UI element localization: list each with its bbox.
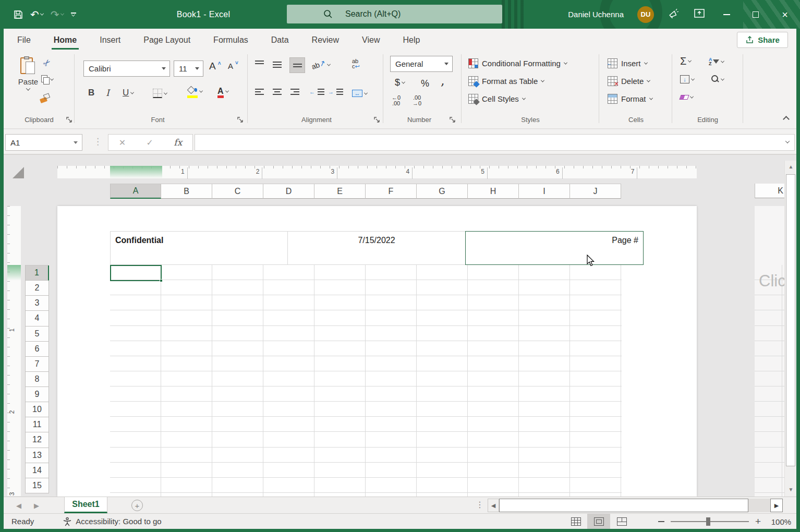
decrease-decimal-button[interactable]: .00 →0 (413, 95, 421, 106)
increase-indent-button[interactable]: → (328, 89, 345, 95)
cut-button[interactable]: ✂ (43, 57, 51, 68)
format-as-table-button[interactable]: Format as Table (468, 73, 544, 89)
zoom-slider-thumb[interactable] (706, 517, 710, 526)
accounting-format-button[interactable]: $ (395, 77, 405, 88)
normal-view-button[interactable] (564, 514, 587, 529)
zoom-level[interactable]: 100% (767, 517, 791, 526)
horizontal-scrollbar-thumb[interactable] (499, 499, 748, 512)
tab-help[interactable]: Help (391, 29, 431, 51)
row-header-2[interactable]: 2 (26, 281, 49, 296)
redo-button[interactable]: ↷ (51, 8, 64, 21)
paste-button[interactable]: Paste (14, 55, 42, 103)
column-header-e[interactable]: E (314, 184, 366, 199)
borders-button[interactable] (153, 89, 167, 98)
paste-dropdown-icon[interactable] (26, 86, 30, 90)
collapse-ribbon-icon[interactable] (783, 116, 790, 123)
page-header-right[interactable]: Page # (465, 231, 644, 265)
share-button[interactable]: Share (737, 32, 788, 48)
cell-grid[interactable] (110, 265, 622, 497)
tab-home[interactable]: Home (42, 29, 88, 51)
clear-button[interactable] (680, 95, 693, 100)
format-painter-button[interactable] (40, 94, 50, 102)
tab-view[interactable]: View (350, 29, 391, 51)
font-family-select[interactable]: Calibri (83, 61, 170, 77)
comma-style-button[interactable]: , (441, 78, 445, 83)
insert-cells-button[interactable]: ← Insert (608, 55, 647, 71)
row-header-9[interactable]: 9 (26, 387, 49, 402)
save-icon[interactable] (14, 10, 23, 19)
tab-review[interactable]: Review (300, 29, 350, 51)
prev-sheet-icon[interactable]: ◀ (11, 497, 27, 514)
number-dialog-launcher-icon[interactable] (450, 117, 456, 124)
row-header-5[interactable]: 5 (26, 327, 49, 342)
column-header-g[interactable]: G (417, 184, 468, 199)
copy-button[interactable] (41, 75, 53, 83)
sort-filter-button[interactable]: AZ (709, 57, 724, 66)
tabbar-resize-handle[interactable]: ⋮ (476, 500, 484, 510)
zoom-in-icon[interactable]: + (755, 519, 761, 524)
cell-styles-button[interactable]: Cell Styles (468, 91, 525, 106)
ribbon-display-options-icon[interactable] (694, 8, 705, 21)
new-sheet-button[interactable]: + (131, 500, 143, 511)
next-sheet-icon[interactable]: ▶ (29, 497, 44, 514)
tab-formulas[interactable]: Formulas (202, 29, 260, 51)
column-header-j[interactable]: J (570, 184, 621, 199)
formula-input[interactable] (195, 134, 795, 151)
alignment-dialog-launcher-icon[interactable] (374, 117, 381, 124)
underline-button[interactable]: U (123, 88, 134, 98)
page-header-left[interactable]: Confidential (110, 231, 288, 265)
tab-page-layout[interactable]: Page Layout (132, 29, 202, 51)
align-top-button[interactable] (255, 61, 264, 64)
column-header-i[interactable]: I (519, 184, 570, 199)
number-format-select[interactable]: General (390, 56, 453, 72)
minimize-button[interactable] (719, 0, 734, 29)
row-header-15[interactable]: 15 (26, 478, 49, 493)
decrease-indent-button[interactable]: ← (309, 89, 326, 95)
merge-center-button[interactable]: ↔ (352, 90, 367, 97)
format-cells-button[interactable]: Format (608, 91, 652, 106)
select-all-corner[interactable] (13, 167, 24, 178)
vertical-scrollbar[interactable]: ▲ ▼ (784, 161, 796, 497)
font-color-button[interactable]: abA (217, 87, 228, 96)
close-button[interactable]: × (777, 0, 793, 29)
increase-decimal-button[interactable]: ←0 .00 (392, 95, 401, 106)
row-header-12[interactable]: 12 (26, 432, 49, 448)
row-header-10[interactable]: 10 (26, 402, 49, 417)
avatar[interactable]: DU (637, 6, 654, 23)
zoom-slider[interactable] (671, 521, 749, 522)
tab-insert[interactable]: Insert (88, 29, 132, 51)
column-header-c[interactable]: C (212, 184, 263, 199)
column-header-d[interactable]: D (263, 184, 314, 199)
italic-button[interactable]: I (106, 88, 110, 98)
font-dialog-launcher-icon[interactable] (237, 117, 244, 124)
row-header-1[interactable]: 1 (26, 265, 49, 281)
page-header-center[interactable]: 7/15/2022 (287, 231, 466, 265)
fill-button[interactable]: ↓ (680, 75, 694, 83)
horizontal-scrollbar-track[interactable] (748, 499, 770, 512)
row-header-6[interactable]: 6 (26, 342, 49, 357)
row-header-7[interactable]: 7 (26, 357, 49, 372)
row-header-11[interactable]: 11 (26, 417, 49, 432)
row-header-8[interactable]: 8 (26, 372, 49, 387)
column-header-a[interactable]: A (110, 184, 161, 199)
user-name[interactable]: Daniel Uchenna (568, 10, 624, 19)
enter-icon[interactable]: ✓ (147, 138, 153, 148)
conditional-formatting-button[interactable]: Conditional Formatting (468, 55, 567, 71)
sheet-tab-sheet1[interactable]: Sheet1 (64, 497, 107, 513)
font-size-select[interactable]: 11 (174, 61, 203, 77)
undo-button[interactable]: ↶ (30, 8, 43, 21)
cancel-icon[interactable]: ✕ (119, 138, 126, 148)
vertical-scrollbar-thumb[interactable] (786, 174, 795, 466)
column-header-h[interactable]: H (468, 184, 519, 199)
name-box-resize-handle[interactable]: ⋮ (93, 136, 102, 147)
percent-style-button[interactable]: % (421, 78, 429, 89)
search-input[interactable]: Search (Alt+Q) (287, 5, 502, 23)
name-box[interactable]: A1 (5, 134, 82, 151)
row-header-3[interactable]: 3 (26, 296, 49, 311)
wrap-text-button[interactable]: abc↩ (352, 58, 360, 69)
selected-cell-a1[interactable] (110, 265, 162, 281)
scroll-left-icon[interactable]: ◀ (488, 499, 499, 512)
scroll-down-icon[interactable]: ▼ (785, 483, 796, 495)
tab-file[interactable]: File (6, 29, 42, 51)
align-left-button[interactable] (255, 89, 264, 95)
